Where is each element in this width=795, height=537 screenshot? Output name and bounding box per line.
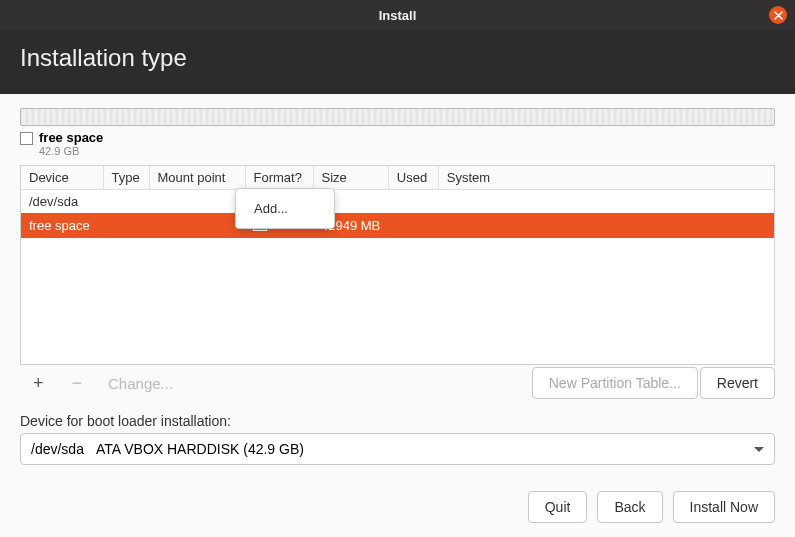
col-type[interactable]: Type xyxy=(103,166,149,190)
window-close-button[interactable] xyxy=(769,6,787,24)
close-icon xyxy=(774,11,783,20)
cell-used xyxy=(388,213,438,238)
install-now-button[interactable]: Install Now xyxy=(673,491,775,523)
content-area: free space 42.9 GB Device Type Mount poi… xyxy=(0,94,795,475)
chevron-down-icon xyxy=(754,447,764,452)
cell-type xyxy=(103,213,149,238)
menu-item-add[interactable]: Add... xyxy=(236,197,334,220)
col-used[interactable]: Used xyxy=(388,166,438,190)
page-header: Installation type xyxy=(0,30,795,94)
bootloader-label: Device for boot loader installation: xyxy=(20,413,775,429)
quit-button[interactable]: Quit xyxy=(528,491,588,523)
partition-toolbar: + − Change... New Partition Table... Rev… xyxy=(20,367,775,399)
add-partition-button[interactable]: + xyxy=(20,370,57,397)
revert-button[interactable]: Revert xyxy=(700,367,775,399)
window-title: Install xyxy=(379,8,417,23)
cell-system xyxy=(438,190,774,214)
col-mount[interactable]: Mount point xyxy=(149,166,245,190)
col-system[interactable]: System xyxy=(438,166,774,190)
remove-partition-button: − xyxy=(59,370,96,397)
col-device[interactable]: Device xyxy=(21,166,103,190)
col-size[interactable]: Size xyxy=(313,166,388,190)
cell-mount xyxy=(149,190,245,214)
change-partition-button: Change... xyxy=(97,368,184,399)
wizard-footer: Quit Back Install Now xyxy=(528,491,775,523)
context-menu: Add... xyxy=(235,188,335,229)
freespace-swatch xyxy=(20,132,33,145)
page-title: Installation type xyxy=(20,44,187,71)
table-row[interactable]: free space 42949 MB xyxy=(21,213,774,238)
legend-size: 42.9 GB xyxy=(39,145,103,157)
cell-used xyxy=(388,190,438,214)
cell-device: /dev/sda xyxy=(21,190,103,214)
cell-system xyxy=(438,213,774,238)
partition-table-container: Device Type Mount point Format? Size Use… xyxy=(20,165,775,365)
new-partition-table-button: New Partition Table... xyxy=(532,367,698,399)
bootloader-device: /dev/sda xyxy=(31,441,84,457)
cell-device: free space xyxy=(21,213,103,238)
bootloader-device-select[interactable]: /dev/sda ATA VBOX HARDDISK (42.9 GB) xyxy=(20,433,775,465)
cell-type xyxy=(103,190,149,214)
bootloader-desc: ATA VBOX HARDDISK (42.9 GB) xyxy=(96,441,304,457)
table-row[interactable]: /dev/sda xyxy=(21,190,774,214)
cell-mount xyxy=(149,213,245,238)
back-button[interactable]: Back xyxy=(597,491,662,523)
partition-bar[interactable] xyxy=(20,108,775,126)
partition-legend: free space 42.9 GB xyxy=(20,130,775,157)
partition-table[interactable]: Device Type Mount point Format? Size Use… xyxy=(21,166,774,238)
legend-label: free space xyxy=(39,130,103,145)
table-header-row: Device Type Mount point Format? Size Use… xyxy=(21,166,774,190)
col-format[interactable]: Format? xyxy=(245,166,313,190)
titlebar: Install xyxy=(0,0,795,30)
